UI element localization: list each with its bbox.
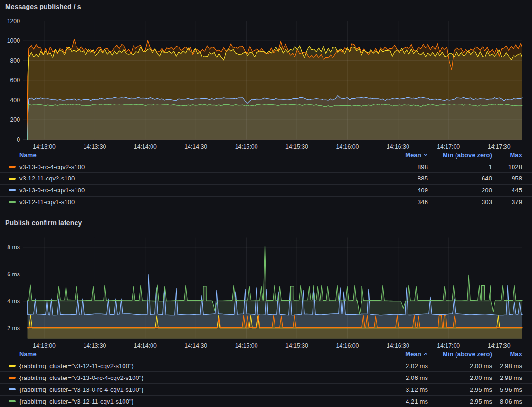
svg-text:1000: 1000 [7, 38, 20, 44]
svg-text:1200: 1200 [7, 18, 20, 25]
svg-text:4 ms: 4 ms [7, 298, 20, 304]
svg-text:800: 800 [10, 57, 20, 64]
svg-text:2 ms: 2 ms [7, 325, 20, 331]
svg-text:0: 0 [17, 136, 20, 143]
svg-text:600: 600 [10, 77, 20, 84]
svg-text:400: 400 [10, 97, 20, 104]
svg-text:200: 200 [10, 116, 20, 123]
svg-text:8 ms: 8 ms [7, 244, 20, 251]
svg-text:6 ms: 6 ms [7, 271, 20, 278]
